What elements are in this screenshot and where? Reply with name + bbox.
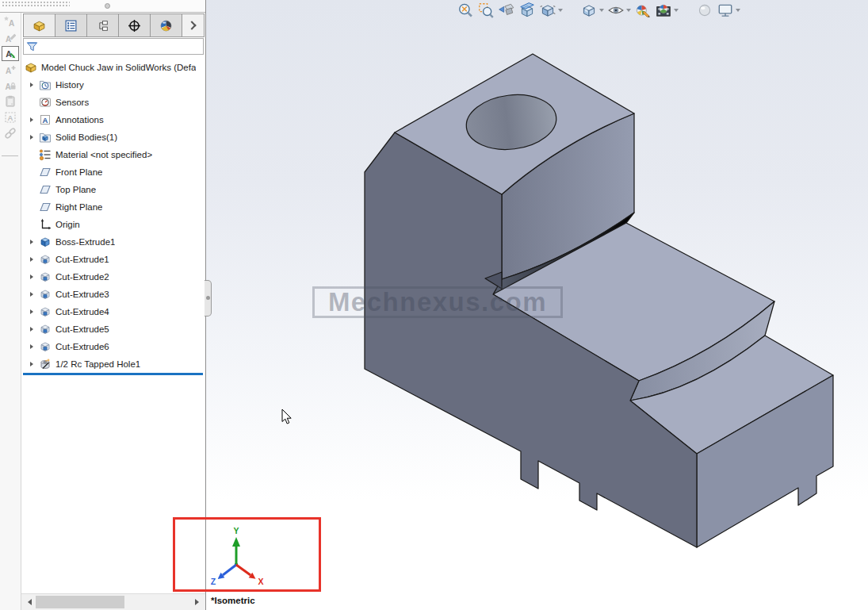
toolbar-dock-strip [0,0,205,13]
tree-item-label: Sensors [55,98,89,107]
annotations-icon [39,113,52,126]
tree-item-label: Cut-Extrude3 [55,290,109,299]
tab-displaymanager[interactable] [151,14,182,36]
tree-item-label: Cut-Extrude5 [55,324,109,334]
tree-item-sensors[interactable]: Sensors [21,94,205,111]
tree-item-cut-extrude1[interactable]: Cut-Extrude1 [21,251,205,268]
expand-arrow-icon[interactable] [30,292,33,297]
tree-item-top-plane[interactable]: Top Plane [21,181,205,198]
tree-filter-input[interactable] [23,38,204,55]
expand-arrow-icon[interactable] [30,344,33,349]
expand-arrow-placeholder [30,100,33,105]
a-pencil-icon[interactable]: A [2,30,19,45]
tree-item-label: Front Plane [55,167,102,177]
cut-extrude-icon [39,305,52,318]
scroll-left-button[interactable] [23,596,36,608]
plane-icon [39,166,52,178]
tree-item-label: Annotations [55,115,104,125]
toolbar-grip-dots [2,1,70,7]
plane-icon [39,183,52,196]
expand-arrow-icon[interactable] [30,257,33,262]
svg-text:A: A [6,34,11,43]
tree-root-label: Model Chuck Jaw in SolidWorks (Defa [41,63,196,72]
chain-link-icon[interactable] [2,125,19,140]
expand-arrow-placeholder [30,205,33,209]
part-icon [25,61,37,74]
plane-icon [39,201,52,213]
panel-splitter-handle-top[interactable] [105,3,110,9]
svg-text:A: A [5,82,10,90]
expand-arrow-placeholder [30,222,33,227]
tree-item-tapped-hole[interactable]: 1/2 Rc Tapped Hole1 [21,355,205,373]
expand-arrow-placeholder [30,170,33,175]
tree-item-label: Origin [55,220,80,229]
tree-item-label: Solid Bodies(1) [55,132,117,142]
tree-item-cut-extrude6[interactable]: Cut-Extrude6 [21,338,205,355]
scroll-right-button[interactable] [190,596,203,608]
tree-item-label: Cut-Extrude2 [55,272,109,282]
tree-item-label: Top Plane [55,185,96,194]
tapped-hole-icon [39,358,52,370]
tree-item-label: Right Plane [55,202,102,212]
tab-dimxpertmanager[interactable] [119,14,151,36]
tab-configurationmanager[interactable] [87,14,119,36]
annotation-highlight-box [173,517,321,592]
a-star-icon[interactable]: A [2,14,19,29]
tree-item-annotations[interactable]: Annotations [21,111,205,129]
tree-horizontal-scrollbar[interactable] [21,593,205,610]
tree-item-label: Cut-Extrude6 [55,342,109,351]
cut-extrude-icon [39,323,52,336]
tree-item-origin[interactable]: Origin [21,216,205,233]
sensors-gauge-icon [39,96,52,109]
expand-arrow-icon[interactable] [30,309,33,314]
tab-featuremanager[interactable] [24,14,55,36]
expand-arrow-icon[interactable] [30,240,33,244]
svg-text:A: A [8,113,13,122]
a-arrow-icon[interactable]: A [2,46,19,61]
clipboard-icon[interactable] [2,94,19,109]
tree-item-cut-extrude4[interactable]: Cut-Extrude4 [21,303,205,320]
tree-item-right-plane[interactable]: Right Plane [21,198,205,216]
a-plus-icon[interactable]: A [2,62,19,77]
featuremanager-design-tree: Model Chuck Jaw in SolidWorks (Defa Hist… [21,56,205,593]
tree-item-cut-extrude3[interactable]: Cut-Extrude3 [21,286,205,303]
tree-item-boss-extrude1[interactable]: Boss-Extrude1 [21,233,205,251]
cut-extrude-icon [39,288,52,301]
svg-text:A: A [9,19,14,28]
mouse-cursor [281,409,294,426]
filter-funnel-icon [26,40,38,52]
scrollbar-thumb[interactable] [36,596,124,608]
expand-arrow-icon[interactable] [30,82,33,87]
tree-item-label: History [55,80,84,90]
tree-item-label: Cut-Extrude1 [55,255,109,264]
tree-item-label: Boss-Extrude1 [55,237,115,247]
tree-item-material[interactable]: Material <not specified> [21,146,205,163]
cut-extrude-icon [39,253,52,266]
scroll-left-icon [28,599,32,605]
tree-item-label: Cut-Extrude4 [55,307,109,317]
watermark: Mechnexus.com [312,286,563,318]
tab-propertymanager[interactable] [55,14,87,36]
a-lock-icon[interactable]: A [2,78,19,93]
solid-bodies-folder-icon [39,131,52,144]
tree-item-front-plane[interactable]: Front Plane [21,163,205,181]
tree-item-solid-bodies[interactable]: Solid Bodies(1) [21,129,205,146]
tree-item-cut-extrude2[interactable]: Cut-Extrude2 [21,268,205,286]
history-folder-icon [39,79,52,91]
expand-arrow-icon[interactable] [30,362,33,366]
tree-item-label: 1/2 Rc Tapped Hole1 [55,359,140,369]
a-marquee-icon[interactable]: A [2,109,19,125]
expand-arrow-icon[interactable] [30,327,33,332]
rollback-bar[interactable] [23,373,203,375]
tree-item-cut-extrude5[interactable]: Cut-Extrude5 [21,320,205,338]
expand-arrow-icon[interactable] [30,117,33,122]
tree-root-part[interactable]: Model Chuck Jaw in SolidWorks (Defa [21,59,205,76]
more-tabs-button[interactable] [182,14,204,36]
left-vertical-toolbar: A A A A A A [0,13,21,610]
tree-item-history[interactable]: History [21,76,205,94]
expand-arrow-icon[interactable] [30,274,33,279]
view-orientation-label: *Isometric [211,596,255,605]
material-icon [39,148,52,161]
boss-extrude-icon [39,236,52,248]
expand-arrow-icon[interactable] [30,135,33,140]
